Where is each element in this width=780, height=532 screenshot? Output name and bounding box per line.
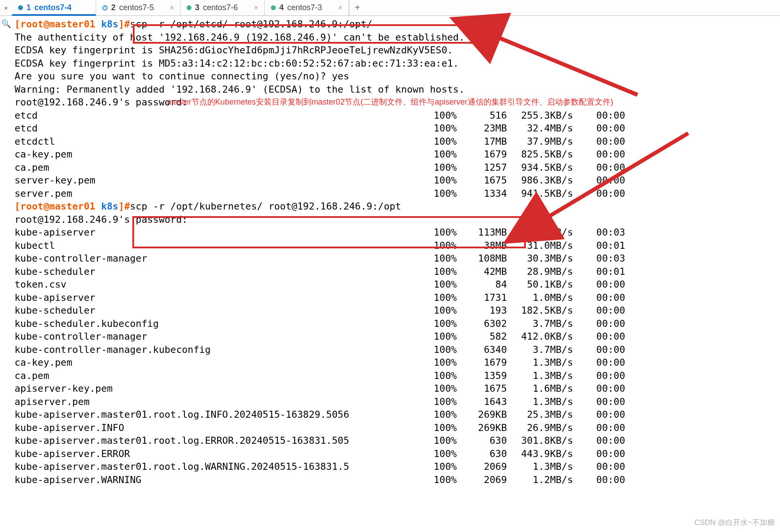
file-rate: 28.9MB/s <box>507 265 573 278</box>
file-rate: 32.4MB/s <box>507 122 573 135</box>
file-name: kube-apiserver.master01.root.log.INFO.20… <box>15 408 434 421</box>
file-name: server-key.pem <box>15 174 434 187</box>
file-size: 113MB <box>466 226 507 239</box>
file-pct: 100% <box>434 304 466 317</box>
file-rate: 825.5KB/s <box>507 148 573 161</box>
add-tab-button[interactable]: + <box>349 0 365 15</box>
tab-centos7-6[interactable]: 3centos7-6× <box>180 0 265 15</box>
file-pct: 100% <box>434 473 466 487</box>
file-rate: 182.5KB/s <box>507 304 573 317</box>
file-name: etcdctl <box>15 135 434 148</box>
file-time: 00:00 <box>573 369 625 382</box>
tab-number: 1 <box>26 3 31 12</box>
file-rate: 37.9MB/s <box>507 135 573 148</box>
file-name: token.csv <box>15 278 434 291</box>
file-name: apiserver.pem <box>15 395 434 408</box>
file-name: kube-apiserver.master01.root.log.ERROR.2… <box>15 434 434 447</box>
file-rate: 1.6MB/s <box>507 382 573 395</box>
search-icon[interactable]: 🔍 <box>1 19 11 28</box>
file-rate: 1.3MB/s <box>507 356 573 369</box>
file-size: 108MB <box>466 252 507 265</box>
file-time: 00:00 <box>573 395 625 408</box>
file-rate: 255.3KB/s <box>507 109 573 122</box>
file-rate: 301.8KB/s <box>507 434 573 447</box>
prompt-end: ]# <box>118 18 130 31</box>
file-name: kube-apiserver.WARNING <box>15 473 434 487</box>
tab-centos7-4[interactable]: 1centos7-4 <box>12 0 96 15</box>
file-pct: 100% <box>434 278 466 291</box>
file-time: 00:00 <box>573 278 625 291</box>
file-time: 00:00 <box>573 135 625 148</box>
file-size: 6302 <box>466 317 507 330</box>
file-rate: 3.7MB/s <box>507 317 573 330</box>
prompt-cwd: k8s <box>101 200 118 213</box>
status-dot-icon <box>102 5 108 11</box>
file-size: 1675 <box>466 382 507 395</box>
file-name: ca-key.pem <box>15 356 434 369</box>
file-name: apiserver-key.pem <box>15 382 434 395</box>
output-line: ECDSA key fingerprint is MD5:a3:14:c2:12… <box>15 57 459 70</box>
file-time: 00:00 <box>573 434 625 447</box>
file-name: etcd <box>15 109 434 122</box>
file-rate: 443.9KB/s <box>507 447 573 461</box>
output-line: The authenticity of host '192.168.246.9 … <box>15 31 465 44</box>
file-time: 00:00 <box>573 447 625 461</box>
file-name: ca-key.pem <box>15 148 434 161</box>
output-line: Are you sure you want to continue connec… <box>15 70 349 83</box>
file-name: kube-scheduler <box>15 265 434 278</box>
tab-label: centos7-3 <box>287 3 322 12</box>
close-icon[interactable]: × <box>4 5 8 11</box>
file-pct: 100% <box>434 343 466 356</box>
tab-close-icon[interactable]: × <box>338 4 342 12</box>
file-time: 00:00 <box>573 161 625 174</box>
file-name: etcd <box>15 122 434 135</box>
tab-close-icon[interactable]: × <box>254 4 258 12</box>
file-size: 516 <box>466 109 507 122</box>
file-time: 00:00 <box>573 109 625 122</box>
file-time: 00:00 <box>573 187 625 200</box>
file-time: 00:00 <box>573 174 625 187</box>
file-size: 630 <box>466 447 507 461</box>
left-gutter: 🔍 <box>0 15 12 532</box>
file-rate: 412.0KB/s <box>507 330 573 343</box>
file-size: 1679 <box>466 148 507 161</box>
file-pct: 100% <box>434 317 466 330</box>
output-line: root@192.168.246.9's password: <box>15 213 193 226</box>
file-pct: 100% <box>434 395 466 408</box>
prompt-user: [root@master01 <box>15 18 101 31</box>
prompt-end: ]# <box>118 200 130 213</box>
file-time: 00:00 <box>573 317 625 330</box>
file-size: 193 <box>466 304 507 317</box>
file-time: 00:03 <box>573 252 625 265</box>
file-size: 582 <box>466 330 507 343</box>
tab-centos7-5[interactable]: 2centos7-5× <box>96 0 180 15</box>
file-size: 2069 <box>466 460 507 473</box>
file-rate: 1.2MB/s <box>507 473 573 487</box>
file-rate: 934.5KB/s <box>507 161 573 174</box>
file-size: 84 <box>466 278 507 291</box>
file-rate: 32.0MB/s <box>507 226 573 239</box>
tab-label: centos7-4 <box>34 3 71 12</box>
file-time: 00:00 <box>573 460 625 473</box>
tab-number: 3 <box>195 3 199 12</box>
tab-centos7-3[interactable]: 4centos7-3× <box>265 0 349 15</box>
tab-close-icon[interactable]: × <box>170 4 174 12</box>
file-name: server.pem <box>15 187 434 200</box>
file-rate: 1.3MB/s <box>507 395 573 408</box>
file-pct: 100% <box>434 434 466 447</box>
file-pct: 100% <box>434 109 466 122</box>
status-dot-icon <box>18 5 23 10</box>
status-dot-icon <box>187 5 191 10</box>
file-pct: 100% <box>434 252 466 265</box>
file-pct: 100% <box>434 239 466 252</box>
file-rate: 31.0MB/s <box>507 239 573 252</box>
annotation-text: master节点的Kubernetes安装目录复制到master02节点(二进制… <box>167 96 613 109</box>
file-pct: 100% <box>434 148 466 161</box>
terminal-output[interactable]: [root@master01 k8s]#scp -r /opt/etcd/ ro… <box>15 18 640 486</box>
file-pct: 100% <box>434 421 466 435</box>
file-size: 1257 <box>466 161 507 174</box>
file-name: kube-scheduler.kubeconfig <box>15 317 434 330</box>
watermark: CSDN @白开水~不加糖 <box>694 517 775 528</box>
file-size: 269KB <box>466 421 507 435</box>
tab-label: centos7-6 <box>203 3 238 12</box>
